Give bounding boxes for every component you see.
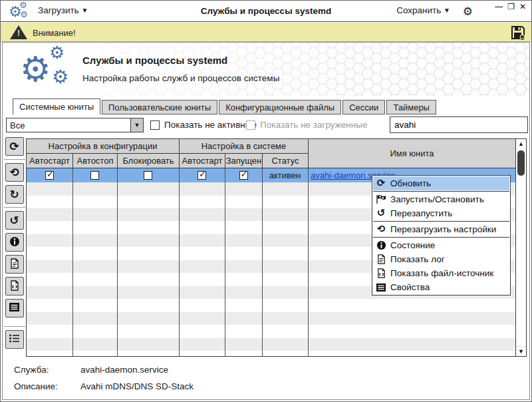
tab-bar: Системные юниты Пользовательские юниты К… <box>13 98 438 114</box>
show-inactive-checkbox[interactable]: Показать не активные <box>150 120 257 130</box>
column-header[interactable]: Запущен <box>225 154 262 168</box>
service-value: avahi-daemon.service <box>80 365 168 375</box>
hexagon-pattern <box>3 43 529 96</box>
grid-line <box>308 168 309 356</box>
log-file-icon <box>9 258 20 271</box>
show-source-button[interactable] <box>5 277 24 296</box>
checkbox-label: Показать не активные <box>164 120 257 130</box>
app-gears-logo: ⚙ ⚙ ⚙ <box>20 47 77 93</box>
state-info-button[interactable] <box>5 233 24 252</box>
menu-separator <box>373 237 509 238</box>
column-header[interactable]: Автостарт <box>179 154 225 168</box>
group-header-config: Настройка в конфигурации <box>27 139 179 154</box>
description-value: Avahi mDNS/DNS SD-Stack <box>80 381 194 391</box>
checkbox-unchecked[interactable] <box>144 171 152 180</box>
chevron-down-icon: ▼ <box>444 7 450 14</box>
log-file-icon <box>376 254 386 264</box>
checkbox-checked[interactable]: ✓ <box>239 171 248 180</box>
cell-autostart-config[interactable]: ✓ <box>27 168 72 182</box>
description-info-row: Описание: Avahi mDNS/DNS SD-Stack <box>14 381 58 391</box>
reload-settings-icon: ⟲ <box>9 167 19 178</box>
vertical-scrollbar[interactable]: ▲ ▼ <box>515 138 527 357</box>
cell-autostop[interactable] <box>72 168 117 182</box>
settings-gear-icon[interactable]: ⚙ <box>463 5 473 19</box>
menu-separator <box>373 191 509 192</box>
menu-item-refresh[interactable]: ⟳ Обновить <box>373 176 509 190</box>
menu-item-reload-settings[interactable]: ⟲ Перезагрузить настройки <box>373 222 509 236</box>
restart-cw-icon: ↻ <box>9 189 19 200</box>
grid-line <box>262 168 263 356</box>
window-title: Службы и процессы systemd <box>1 6 531 16</box>
show-log-button[interactable] <box>5 255 24 274</box>
app-window: ⚙ ⚙ ⚙ Загрузить ▼ Службы и процессы syst… <box>0 0 532 402</box>
combobox-arrow-icon[interactable]: ▼ <box>130 118 143 132</box>
save-file-icon[interactable] <box>510 25 526 43</box>
info-icon <box>376 240 386 250</box>
menu-item-restart[interactable]: ↺ Перезапустить <box>373 206 509 220</box>
tab-sessions[interactable]: Сессии <box>342 100 385 114</box>
checkbox-box <box>246 120 255 130</box>
source-file-icon <box>376 268 386 278</box>
column-header[interactable]: Статус <box>262 154 308 168</box>
close-button[interactable]: ✕ <box>519 3 526 11</box>
service-info-row: Служба: avahi-daemon.service <box>14 365 49 375</box>
show-unloaded-checkbox: Показать не загруженные <box>246 120 367 130</box>
search-input[interactable] <box>390 116 528 133</box>
group-header-system: Настройка в системе <box>179 139 308 154</box>
list-icon <box>9 333 20 345</box>
checkbox-box[interactable] <box>150 120 160 130</box>
scrollbar-thumb[interactable] <box>517 150 525 176</box>
maximize-button[interactable]: ❐ <box>507 3 515 11</box>
menu-item-show-source[interactable]: Показать файл-источник <box>373 266 509 280</box>
tab-config-files[interactable]: Конфигурационные файлы <box>219 100 341 114</box>
properties-icon <box>376 283 386 292</box>
scroll-down-icon[interactable]: ▼ <box>516 346 526 356</box>
tab-timers[interactable]: Таймеры <box>386 100 436 114</box>
properties-icon <box>9 302 20 314</box>
unit-list-button[interactable] <box>5 330 24 349</box>
description-label: Описание: <box>14 381 58 391</box>
cell-autostart-system[interactable]: ✓ <box>179 168 225 182</box>
tab-user-units[interactable]: Пользовательские юниты <box>102 100 217 114</box>
menu-separator <box>373 221 509 222</box>
minimize-button[interactable]: — <box>495 3 503 11</box>
refresh-icon: ⟳ <box>376 178 386 188</box>
context-menu: ⟳ Обновить Запустить/Остановить ↺ Переза… <box>372 175 511 296</box>
menu-item-show-log[interactable]: Показать лог <box>373 252 509 266</box>
tab-system-units[interactable]: Системные юниты <box>13 99 100 115</box>
service-label: Служба: <box>14 365 49 375</box>
cell-running[interactable]: ✓ <box>225 168 262 182</box>
reload-settings-icon: ⟲ <box>376 224 386 234</box>
refresh-button[interactable]: ⟳ <box>5 137 24 156</box>
column-header[interactable]: Автостоп <box>72 154 117 168</box>
restart-cw-button[interactable]: ↻ <box>5 185 24 204</box>
checkbox-checked[interactable]: ✓ <box>45 171 54 180</box>
reload-settings-button[interactable]: ⟲ <box>5 163 24 182</box>
restart-ccw-button[interactable]: ↺ <box>5 211 24 230</box>
grid-line <box>72 168 73 356</box>
restart-ccw-icon: ↺ <box>9 215 19 226</box>
toolbar-separator <box>4 326 25 327</box>
scroll-up-icon[interactable]: ▲ <box>516 139 526 149</box>
restart-icon: ↺ <box>376 208 386 218</box>
info-icon <box>9 236 20 249</box>
column-header[interactable]: Автостарт <box>27 154 72 168</box>
menu-item-state[interactable]: Состояние <box>373 238 509 252</box>
warning-icon: ! <box>10 25 27 39</box>
filter-combobox[interactable]: Все ▼ <box>6 118 144 132</box>
grid-line <box>179 168 180 356</box>
checkbox-unchecked[interactable] <box>90 171 99 180</box>
checkbox-label: Показать не загруженные <box>260 120 367 130</box>
refresh-icon: ⟳ <box>9 141 19 152</box>
menu-item-properties[interactable]: Свойства <box>373 280 509 294</box>
cell-block[interactable] <box>117 168 179 182</box>
left-toolbar: ⟳ ⟲ ↻ ↺ <box>3 137 26 352</box>
checkbox-checked[interactable]: ✓ <box>198 171 206 180</box>
save-menu-button[interactable]: Сохранить ▼ <box>396 5 450 15</box>
menu-item-start-stop[interactable]: Запустить/Остановить <box>373 192 509 206</box>
source-file-icon <box>9 280 20 293</box>
column-header-unit-name[interactable]: Имя юнита <box>308 139 515 168</box>
properties-button[interactable] <box>5 299 24 317</box>
status-text: активен <box>269 170 301 180</box>
column-header[interactable]: Блокировать <box>117 154 179 168</box>
